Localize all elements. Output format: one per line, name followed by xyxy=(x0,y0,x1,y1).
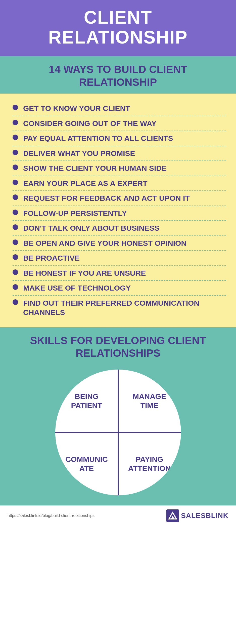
list-item: BE OPEN AND GIVE YOUR HONEST OPINION xyxy=(13,236,226,251)
bullet-dot xyxy=(13,254,18,260)
skills-circle: BEINGPATIENT MANAGETIME COMMUNICATE PAYI… xyxy=(55,370,181,495)
skills-circle-diagram: BEINGPATIENT MANAGETIME COMMUNICATE PAYI… xyxy=(55,370,181,495)
list-item-text-6: EARN YOUR PLACE AS A EXPERT xyxy=(23,179,226,188)
list-item: GET TO KNOW YOUR CLIENT xyxy=(13,101,226,116)
list-item-text-4: DELIVER WHAT YOU PROMISE xyxy=(23,149,226,158)
list-item: BE HONEST IF YOU ARE UNSURE xyxy=(13,266,226,281)
salesblink-logo-text: SALESBLINK xyxy=(181,512,228,520)
list-item-text-7: REQUEST FOR FEEDBACK AND ACT UPON IT xyxy=(23,193,226,203)
ways-list-area: GET TO KNOW YOUR CLIENTCONSIDER GOING OU… xyxy=(0,94,236,327)
header-title-line1: CLIENT xyxy=(84,7,152,27)
skills-section-title: SKILLS FOR DEVELOPING CLIENT RELATIONSHI… xyxy=(8,334,228,360)
list-item-text-11: BE PROACTIVE xyxy=(23,253,226,263)
bullet-dot xyxy=(13,284,18,290)
list-item: EARN YOUR PLACE AS A EXPERT xyxy=(13,176,226,191)
logo-area: SALESBLINK xyxy=(166,509,228,522)
quadrant-tl-text: BEINGPATIENT xyxy=(67,388,106,414)
list-item-text-10: BE OPEN AND GIVE YOUR HONEST OPINION xyxy=(23,238,226,248)
list-item-text-12: BE HONEST IF YOU ARE UNSURE xyxy=(23,268,226,278)
bullet-dot xyxy=(13,299,18,305)
footer: https://salesblink.io/blog/build-client-… xyxy=(0,505,236,526)
list-item-text-13: MAKE USE OF TECHNOLOGY xyxy=(23,283,226,293)
list-item: MAKE USE OF TECHNOLOGY xyxy=(13,281,226,296)
skills-section-header: SKILLS FOR DEVELOPING CLIENT RELATIONSHI… xyxy=(0,327,236,365)
list-item: PAY EQUAL ATTENTION TO ALL CLIENTS xyxy=(13,131,226,146)
skills-title-line1: SKILLS FOR DEVELOPING CLIENT xyxy=(30,335,206,346)
list-item: SHOW THE CLIENT YOUR HUMAN SIDE xyxy=(13,161,226,176)
list-item-text-1: GET TO KNOW YOUR CLIENT xyxy=(23,104,226,113)
bullet-dot xyxy=(13,180,18,185)
salesblink-logo-icon xyxy=(166,509,179,522)
list-item-text-5: SHOW THE CLIENT YOUR HUMAN SIDE xyxy=(23,164,226,173)
list-item: REQUEST FOR FEEDBACK AND ACT UPON IT xyxy=(13,191,226,206)
list-item: FOLLOW-UP PERSISTENTLY xyxy=(13,206,226,221)
list-item: FIND OUT THEIR PREFERRED COMMUNICATION C… xyxy=(13,296,226,320)
skills-title-line2: RELATIONSHIPS xyxy=(76,347,161,359)
ways-section-title: 14 WAYS TO BUILD CLIENT RELATIONSHIP xyxy=(8,63,228,89)
header: CLIENT RELATIONSHIP xyxy=(0,0,236,56)
bullet-dot xyxy=(13,165,18,170)
bullet-dot xyxy=(13,269,18,275)
bullet-dot xyxy=(13,210,18,215)
ways-list: GET TO KNOW YOUR CLIENTCONSIDER GOING OU… xyxy=(13,101,226,320)
quadrant-top-left: BEINGPATIENT xyxy=(55,370,118,432)
quadrant-bl-text: COMMUNICATE xyxy=(62,451,111,477)
list-item-text-2: CONSIDER GOING OUT OF THE WAY xyxy=(23,119,226,128)
list-item-text-14: FIND OUT THEIR PREFERRED COMMUNICATION C… xyxy=(23,298,226,317)
quadrant-bottom-right: PAYINGATTENTION xyxy=(118,432,181,495)
list-item: DELIVER WHAT YOU PROMISE xyxy=(13,146,226,161)
ways-section-header: 14 WAYS TO BUILD CLIENT RELATIONSHIP xyxy=(0,56,236,94)
bullet-dot xyxy=(13,194,18,200)
footer-url: https://salesblink.io/blog/build-client-… xyxy=(8,513,95,518)
bullet-dot xyxy=(13,224,18,230)
ways-title-line2: RELATIONSHIP xyxy=(79,76,157,88)
bullet-dot xyxy=(13,150,18,155)
quadrant-tr-text: MANAGETIME xyxy=(129,388,170,414)
list-item: BE PROACTIVE xyxy=(13,251,226,266)
quadrant-bottom-left: COMMUNICATE xyxy=(55,432,118,495)
header-title: CLIENT RELATIONSHIP xyxy=(10,8,226,47)
list-item-text-8: FOLLOW-UP PERSISTENTLY xyxy=(23,209,226,218)
quadrant-br-text: PAYINGATTENTION xyxy=(124,451,174,477)
skills-diagram-area: BEINGPATIENT MANAGETIME COMMUNICATE PAYI… xyxy=(0,365,236,505)
bullet-dot xyxy=(13,120,18,125)
list-item-text-9: DON'T TALK ONLY ABOUT BUSINESS xyxy=(23,223,226,233)
bullet-dot xyxy=(13,239,18,245)
quadrant-top-right: MANAGETIME xyxy=(118,370,181,432)
header-title-line2: RELATIONSHIP xyxy=(48,27,188,47)
bullet-dot xyxy=(13,135,18,140)
list-item: DON'T TALK ONLY ABOUT BUSINESS xyxy=(13,221,226,236)
list-item: CONSIDER GOING OUT OF THE WAY xyxy=(13,116,226,131)
list-item-text-3: PAY EQUAL ATTENTION TO ALL CLIENTS xyxy=(23,134,226,143)
ways-title-line1: 14 WAYS TO BUILD CLIENT xyxy=(49,63,187,75)
bullet-dot xyxy=(13,105,18,110)
